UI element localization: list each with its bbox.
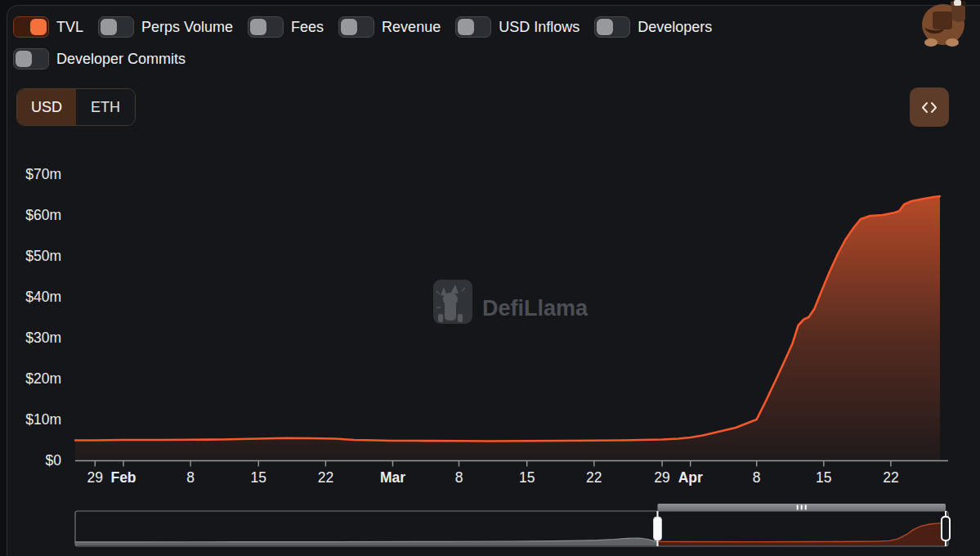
legend-label: Developers — [638, 16, 712, 38]
y-axis-labels: $0$10m$20m$30m$40m$50m$60m$70m — [25, 166, 61, 469]
toggle-knob — [30, 19, 47, 35]
legend-item-fees[interactable]: Fees — [248, 16, 324, 38]
x-axis-label: 29 — [87, 469, 103, 486]
legend-label: Revenue — [382, 16, 441, 38]
legend-item-revenue[interactable]: Revenue — [338, 16, 441, 38]
currency-usd-tab[interactable]: USD — [17, 89, 76, 125]
x-axis-label: 8 — [186, 469, 195, 486]
y-axis-label: $30m — [25, 330, 61, 346]
toggle-knob — [250, 19, 266, 35]
toggle-knob — [458, 19, 474, 35]
defillama-watermark: DefiLlama — [433, 280, 588, 324]
currency-eth-tab[interactable]: ETH — [76, 89, 135, 125]
legend-item-tvl[interactable]: TVL — [13, 16, 83, 38]
brush-right-handle[interactable] — [942, 517, 950, 540]
y-axis-label: $70m — [25, 166, 61, 182]
developers-toggle[interactable] — [594, 16, 630, 38]
x-axis-label: 15 — [519, 469, 535, 486]
x-axis-label: 8 — [753, 469, 761, 486]
usd-inflows-toggle[interactable] — [455, 16, 491, 38]
legend-item-developer-commits[interactable]: Developer Commits — [13, 48, 186, 70]
x-axis-label: 22 — [586, 469, 602, 486]
y-axis-label: $20m — [25, 370, 61, 387]
legend-item-usd-inflows[interactable]: USD Inflows — [455, 16, 579, 38]
legend-label: Perps Volume — [141, 16, 233, 38]
legend-label: Fees — [291, 16, 324, 38]
perps-volume-toggle[interactable] — [98, 16, 134, 38]
x-axis-label: 29 — [654, 469, 669, 486]
legend-row-1: TVLPerps VolumeFeesRevenueUSD InflowsDev… — [13, 16, 712, 38]
x-axis-labels: 29Feb81522Mar8152229Apr81522 — [87, 469, 899, 486]
x-axis-label: Apr — [678, 469, 703, 486]
fees-toggle[interactable] — [248, 16, 284, 38]
y-axis-label: $60m — [25, 207, 61, 223]
y-axis-label: $0 — [46, 452, 62, 469]
x-axis-label: 22 — [883, 469, 898, 486]
y-axis-label: $50m — [25, 248, 61, 264]
legend-item-perps-volume[interactable]: Perps Volume — [98, 16, 233, 38]
toggle-knob — [16, 51, 32, 67]
defillama-chart-panel: DefiLlama 29Feb81522Mar8152229Apr81522 $… — [0, 0, 980, 556]
brush-grip-icon[interactable] — [797, 505, 807, 510]
y-axis-label: $10m — [25, 411, 61, 428]
tvl-toggle[interactable] — [13, 16, 49, 38]
currency-toggle: USD ETH — [16, 88, 136, 126]
x-axis-label: 15 — [251, 469, 266, 486]
embed-code-button[interactable] — [910, 87, 949, 127]
x-axis-label: Mar — [380, 469, 405, 486]
legend-label: TVL — [56, 16, 83, 38]
x-axis-label: 22 — [318, 469, 333, 486]
llama-mascot-icon — [918, 0, 972, 47]
x-axis-ticks — [95, 461, 891, 467]
tvl-chart[interactable]: DefiLlama 29Feb81522Mar8152229Apr81522 $… — [0, 0, 980, 556]
legend-label: USD Inflows — [499, 16, 579, 38]
legend-label: Developer Commits — [56, 48, 186, 70]
code-chevrons-icon — [921, 101, 937, 114]
x-axis-label: Feb — [110, 469, 136, 486]
tvl-area-fill — [75, 196, 940, 460]
toggle-knob — [101, 19, 117, 35]
toggle-knob — [597, 19, 613, 35]
brush-left-handle[interactable] — [654, 517, 662, 540]
x-axis-label: 15 — [816, 469, 831, 486]
timeline-brush[interactable] — [75, 504, 950, 546]
watermark-text: DefiLlama — [482, 296, 588, 321]
y-axis-label: $40m — [25, 289, 61, 305]
toggle-knob — [341, 19, 357, 35]
legend-row-2: Developer Commits — [13, 48, 186, 70]
revenue-toggle[interactable] — [338, 16, 374, 38]
legend-item-developers[interactable]: Developers — [594, 16, 712, 38]
developer-commits-toggle[interactable] — [13, 48, 49, 70]
x-axis-label: 8 — [455, 469, 463, 486]
